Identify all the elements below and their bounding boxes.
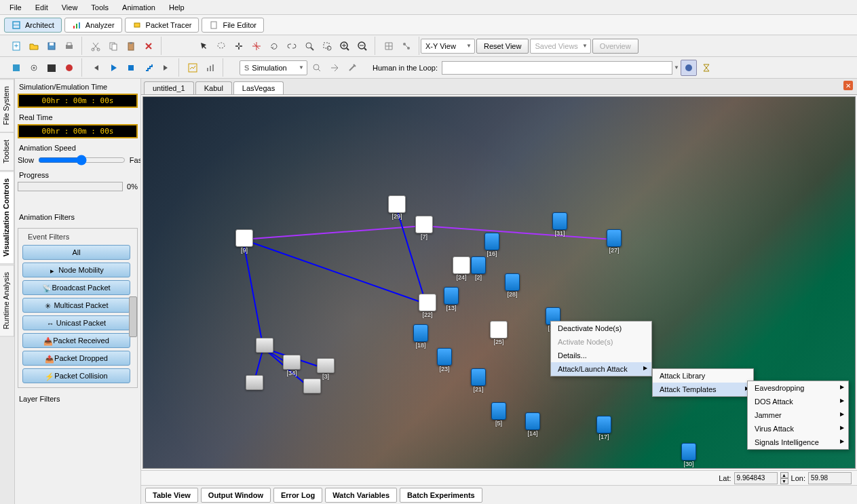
ctx-attack-templates[interactable]: Attack Templates <box>653 383 753 396</box>
side-tab-filesystem[interactable]: File System <box>0 79 14 132</box>
zoom-in-button[interactable] <box>337 38 353 54</box>
human-loop-input[interactable] <box>442 61 672 75</box>
network-node[interactable]: [31] <box>550 212 569 237</box>
overview-button[interactable]: Overview <box>592 39 639 54</box>
network-node[interactable]: [16] <box>482 233 501 257</box>
new-button[interactable]: + <box>8 38 24 54</box>
paste-button[interactable] <box>123 38 139 54</box>
mode-tab-analyzer[interactable]: Analyzer <box>64 18 122 33</box>
filter-unicast-packet[interactable]: ↔Unicast Packet <box>22 315 130 330</box>
network-node[interactable]: [34] <box>282 355 301 379</box>
filter-scrollbar[interactable] <box>129 296 137 337</box>
network-node[interactable]: [21] <box>469 368 488 393</box>
ctx-virus[interactable]: Virus Attack <box>748 422 848 435</box>
delete-button[interactable] <box>140 38 157 54</box>
network-node[interactable] <box>303 379 322 403</box>
gears-button[interactable] <box>26 60 42 76</box>
clapper-button[interactable] <box>43 60 60 76</box>
network-node[interactable] <box>245 375 264 400</box>
record-button[interactable] <box>61 60 77 76</box>
network-node[interactable]: [24] <box>452 256 471 281</box>
filter-node-mobility[interactable]: ▸Node Mobility <box>22 263 130 277</box>
tab-watch-vars[interactable]: Watch Variables <box>325 488 397 503</box>
save-button[interactable] <box>43 38 60 54</box>
zoom-tool[interactable] <box>301 38 318 54</box>
network-node[interactable] <box>255 338 274 362</box>
hourglass-button[interactable] <box>698 60 715 76</box>
zoom-region-tool[interactable] <box>319 38 335 54</box>
menu-view[interactable]: View <box>55 1 85 14</box>
ctx-eavesdropping[interactable]: Eavesdropping <box>748 381 848 395</box>
copy-button[interactable] <box>105 38 121 54</box>
snap-button[interactable] <box>398 38 415 54</box>
sim-sync-button[interactable] <box>326 60 343 76</box>
network-node[interactable]: [7] <box>415 216 434 240</box>
network-node[interactable]: [14] <box>523 412 542 437</box>
open-button[interactable] <box>26 38 42 54</box>
reset-view-button[interactable]: Reset View <box>476 39 529 54</box>
doc-tab-lasvegas[interactable]: LasVegas <box>233 81 284 94</box>
network-node[interactable]: [23] <box>435 348 454 372</box>
pan-tool[interactable] <box>231 38 247 54</box>
side-tab-runtime[interactable]: Runtime Analysis <box>0 265 14 336</box>
ctx-jammer[interactable]: Jammer <box>748 408 848 422</box>
menu-edit[interactable]: Edit <box>28 1 55 14</box>
stats-button[interactable] <box>202 60 218 76</box>
tab-error-log[interactable]: Error Log <box>273 488 322 503</box>
axis-tool[interactable] <box>248 38 265 54</box>
step-button[interactable] <box>140 60 157 76</box>
tab-table-view[interactable]: Table View <box>145 488 198 503</box>
cut-button[interactable] <box>88 38 104 54</box>
grid-button[interactable] <box>381 38 397 54</box>
filter-all[interactable]: All <box>22 245 130 260</box>
filter-broadcast-packet[interactable]: 📡Broadcast Packet <box>22 280 130 295</box>
print-button[interactable] <box>61 38 77 54</box>
tab-batch-exp[interactable]: Batch Experiments <box>400 488 482 503</box>
lat-spinner[interactable]: ▲▼ <box>780 472 788 484</box>
network-node[interactable]: [5] <box>489 402 508 427</box>
network-node[interactable]: [22] <box>418 294 437 318</box>
lasso-tool[interactable] <box>213 38 229 54</box>
filter-packet-received[interactable]: 📥Packet Received <box>22 333 130 348</box>
ctx-details[interactable]: Details... <box>551 349 651 362</box>
mode-tab-file-editor[interactable]: File Editor <box>202 18 264 33</box>
rewind-button[interactable] <box>88 60 104 76</box>
network-node[interactable]: [25] <box>489 321 508 345</box>
rotate-tool[interactable] <box>266 38 282 54</box>
sim-tools-button[interactable] <box>344 60 360 76</box>
filter-packet-collision[interactable]: ⚡Packet Collision <box>22 368 130 383</box>
network-node[interactable]: [28] <box>503 273 522 298</box>
network-node[interactable]: [9] <box>235 229 254 254</box>
mode-tab-packet-tracer[interactable]: Packet Tracer <box>125 18 199 33</box>
view-select[interactable]: X-Y View <box>421 39 475 54</box>
lon-input[interactable] <box>808 472 852 484</box>
menu-animation[interactable]: Animation <box>115 1 162 14</box>
network-node[interactable]: [18] <box>411 324 430 349</box>
build-button[interactable] <box>8 60 24 76</box>
scenario-canvas[interactable]: Deactivate Node(s) Activate Node(s) Deta… <box>142 96 856 469</box>
ctx-activate[interactable]: Activate Node(s) <box>551 335 651 349</box>
network-node[interactable]: [29] <box>387 195 406 220</box>
zoom-out-button[interactable] <box>354 38 370 54</box>
ctx-attack-library[interactable]: Attack Library <box>653 369 753 383</box>
sim-zoom-button[interactable] <box>309 60 325 76</box>
anim-speed-slider[interactable] <box>38 155 126 166</box>
network-node[interactable]: [30] <box>679 443 698 467</box>
lat-input[interactable] <box>734 472 778 484</box>
mode-tab-architect[interactable]: Architect <box>4 18 62 33</box>
human-loop-toggle[interactable] <box>681 60 697 76</box>
network-node[interactable]: [27] <box>605 229 624 254</box>
fastforward-button[interactable] <box>158 60 174 76</box>
ctx-sigint[interactable]: Signals Intelligence <box>748 435 848 449</box>
ctx-deactivate[interactable]: Deactivate Node(s) <box>551 322 651 335</box>
stop-button[interactable] <box>123 60 139 76</box>
tab-output-window[interactable]: Output Window <box>201 488 271 503</box>
menu-file[interactable]: File <box>3 1 28 14</box>
network-node[interactable]: [2] <box>469 256 488 281</box>
edit-chart-button[interactable] <box>185 60 201 76</box>
sim-mode-select[interactable]: SSimulation <box>240 60 307 75</box>
menu-tools[interactable]: Tools <box>84 1 115 14</box>
menu-help[interactable]: Help <box>162 1 191 14</box>
doc-tab-kabul[interactable]: Kabul <box>195 81 232 94</box>
doc-tab-untitled[interactable]: untitled_1 <box>144 81 194 94</box>
